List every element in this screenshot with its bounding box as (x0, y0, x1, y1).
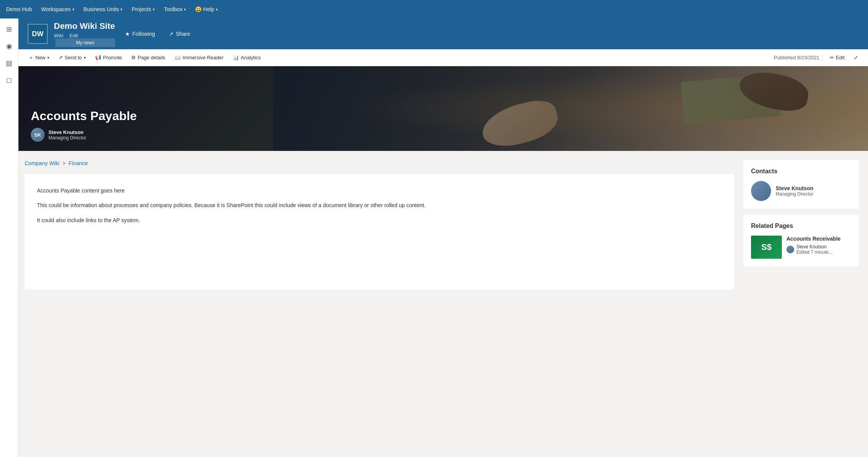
breadcrumb-separator: > (62, 160, 65, 166)
left-sidebar: ⊞ ◉ ▤ ◻ (0, 18, 18, 457)
promote-button[interactable]: 📢 Promote (91, 52, 126, 63)
new-chevron: ▾ (47, 55, 49, 60)
contacts-title: Contacts (751, 168, 851, 175)
related-page-title: Accounts Receivable (786, 236, 841, 242)
page-details-button[interactable]: ⚙ Page details (127, 52, 169, 63)
site-logo: DW (28, 24, 48, 44)
megaphone-icon: 📢 (95, 55, 101, 60)
content-card: Accounts Payable content goes here This … (25, 174, 734, 290)
contact-item: Steve Knutson Managing Director (751, 181, 851, 201)
hero-title: Accounts Payable (31, 109, 137, 123)
toolbar: ＋ New ▾ ↗ Send to ▾ 📢 Promote ⚙ Page det… (18, 49, 868, 66)
star-icon: ★ (125, 31, 130, 37)
nav-toolbox[interactable]: Toolbox ▾ (164, 6, 186, 12)
hero-overlay (18, 66, 868, 151)
following-button[interactable]: ★ Following (121, 28, 159, 39)
home-icon[interactable]: ⊞ (2, 22, 17, 37)
site-header: DW Demo Wiki Site Wiki Edit My news ★ Fo… (18, 18, 868, 49)
top-navigation: Demo Hub Workspaces ▾ Business Units ▾ P… (0, 0, 868, 18)
send-chevron: ▾ (84, 55, 86, 60)
content-paragraph-1: Accounts Payable content goes here (37, 186, 722, 195)
expand-icon: ⤢ (854, 55, 858, 60)
related-author-name: Steve Knutson (796, 244, 832, 249)
content-paragraph-2: This could be information about processe… (37, 201, 722, 209)
nav-projects[interactable]: Projects ▾ (132, 6, 155, 12)
globe-icon[interactable]: ◉ (2, 39, 17, 54)
main-content: Company Wiki > Finance Accounts Payable … (25, 160, 734, 290)
side-panel: Contacts Steve Knutson Managing Director… (743, 160, 859, 290)
send-icon: ↗ (58, 55, 63, 60)
author-name: Steve Knutson (48, 129, 86, 135)
my-news-button[interactable]: My news (55, 39, 115, 47)
site-header-info: Demo Wiki Site Wiki Edit (54, 21, 115, 39)
excel-icon: S$ (761, 242, 772, 252)
site-nav-wiki[interactable]: Wiki (54, 33, 63, 39)
expand-button[interactable]: ⤢ (850, 52, 862, 63)
nav-help[interactable]: 😀 Help ▾ (195, 6, 218, 12)
reader-icon: 📖 (175, 55, 181, 60)
settings-icon: ⚙ (131, 55, 136, 60)
related-item[interactable]: S$ Accounts Receivable Steve Knutson Edi… (751, 236, 851, 259)
author-role: Managing Director (48, 135, 86, 141)
new-button[interactable]: ＋ New ▾ (25, 52, 53, 64)
site-title: Demo Wiki Site (54, 21, 115, 31)
edit-icon: ✏ (830, 55, 834, 60)
nav-workspaces[interactable]: Workspaces ▾ (41, 6, 74, 12)
site-header-actions: ★ Following ↗ Share (121, 28, 194, 39)
nav-business-units[interactable]: Business Units ▾ (83, 6, 123, 12)
breadcrumb: Company Wiki > Finance (25, 160, 734, 166)
page-icon[interactable]: ◻ (2, 72, 17, 88)
immersive-reader-button[interactable]: 📖 Immersive Reader (171, 52, 227, 63)
site-nav-links: Wiki Edit (54, 33, 115, 39)
breadcrumb-finance[interactable]: Finance (68, 160, 88, 166)
edit-button[interactable]: ✏ Edit (826, 52, 848, 63)
share-button[interactable]: ↗ Share (165, 28, 194, 39)
content-paragraph-3: It could also include links to the AP sy… (37, 216, 722, 224)
contact-avatar (751, 181, 771, 201)
toolbar-divider (823, 54, 823, 62)
contact-role: Managing Director (776, 191, 813, 197)
hero-section: Accounts Payable SK Steve Knutson Managi… (18, 66, 868, 151)
send-to-button[interactable]: ↗ Send to ▾ (55, 52, 90, 63)
analytics-button[interactable]: 📊 Analytics (229, 52, 265, 63)
breadcrumb-company-wiki[interactable]: Company Wiki (25, 160, 59, 166)
related-page-author: Steve Knutson Edited 7 minute... (786, 244, 841, 255)
content-wrapper: Company Wiki > Finance Accounts Payable … (18, 151, 868, 299)
related-info: Accounts Receivable Steve Knutson Edited… (786, 236, 841, 255)
main-area: DW Demo Wiki Site Wiki Edit My news ★ Fo… (18, 18, 868, 457)
avatar: SK (31, 128, 45, 142)
news-icon[interactable]: ▤ (2, 55, 17, 71)
contacts-card: Contacts Steve Knutson Managing Director (743, 160, 859, 209)
contact-name: Steve Knutson (776, 185, 813, 191)
plus-icon: ＋ (28, 54, 33, 61)
related-thumbnail: S$ (751, 236, 782, 259)
nav-demo-hub[interactable]: Demo Hub (6, 6, 32, 12)
hero-content: Accounts Payable SK Steve Knutson Managi… (31, 109, 137, 142)
share-icon: ↗ (169, 31, 174, 37)
author-info: Steve Knutson Managing Director (48, 129, 86, 141)
contact-info: Steve Knutson Managing Director (776, 185, 813, 197)
analytics-icon: 📊 (233, 55, 239, 60)
related-pages-card: Related Pages S$ Accounts Receivable Ste… (743, 215, 859, 266)
related-author-avatar (786, 246, 794, 253)
hero-author: SK Steve Knutson Managing Director (31, 128, 137, 142)
published-date: Published 8/23/2021 (774, 55, 820, 60)
related-edit-time: Edited 7 minute... (796, 249, 832, 255)
related-pages-title: Related Pages (751, 223, 851, 229)
site-nav-edit[interactable]: Edit (70, 33, 78, 39)
